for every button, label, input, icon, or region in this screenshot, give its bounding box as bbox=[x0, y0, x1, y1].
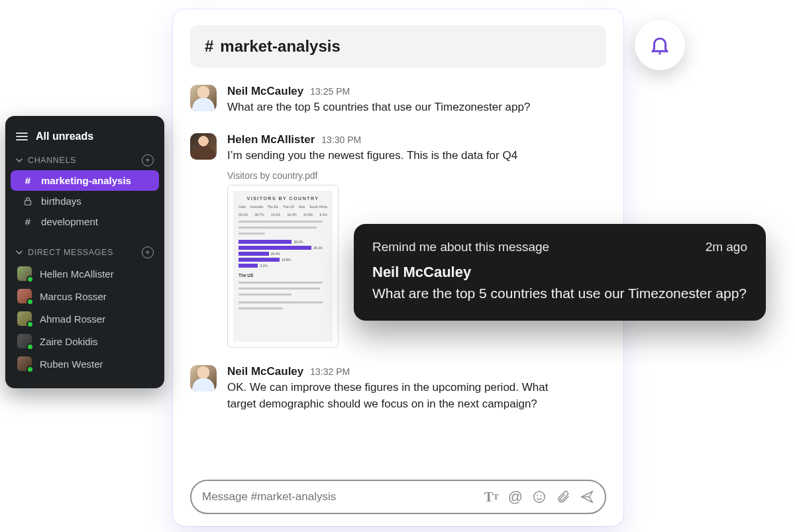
presence-dot bbox=[26, 321, 34, 328]
channel-header[interactable]: # market-analysis bbox=[190, 25, 606, 68]
channel-item-birthdays[interactable]: birthdays bbox=[11, 191, 159, 211]
message-text: OK. We can improve these figures in the … bbox=[227, 380, 572, 412]
message-text: What are the top 5 countries that use ou… bbox=[227, 99, 606, 116]
hash-icon: # bbox=[23, 216, 33, 227]
presence-dot bbox=[26, 343, 34, 350]
message-time: 13:30 PM bbox=[321, 134, 361, 145]
message-time: 13:32 PM bbox=[310, 366, 350, 377]
attachment-filename[interactable]: Visitors by country.pdf bbox=[227, 170, 606, 181]
avatar[interactable] bbox=[190, 85, 217, 111]
svg-point-0 bbox=[534, 492, 545, 503]
attach-icon[interactable] bbox=[556, 490, 570, 504]
all-unreads-label: All unreads bbox=[36, 131, 93, 142]
pdf-preview: VISITORS BY COUNTRY IndiaAustraliaThe EU… bbox=[233, 191, 333, 342]
svg-point-8 bbox=[659, 52, 661, 54]
toast-title: Remind me about this message bbox=[372, 240, 549, 254]
message-time: 13:25 PM bbox=[310, 86, 350, 97]
message[interactable]: Neil McCauley 13:32 PM OK. We can improv… bbox=[190, 365, 606, 412]
avatar[interactable] bbox=[190, 365, 217, 392]
sidebar: All unreads CHANNELS + # marketing-analy… bbox=[5, 116, 164, 388]
channels-label: CHANNELS bbox=[28, 156, 76, 165]
channel-label: development bbox=[41, 216, 98, 227]
channel-label: marketing-analysis bbox=[41, 175, 131, 186]
svg-point-2 bbox=[541, 495, 542, 496]
dm-item[interactable]: Marcus Rosser bbox=[5, 285, 164, 307]
svg-rect-7 bbox=[25, 201, 31, 205]
presence-dot bbox=[26, 366, 34, 373]
add-dm-button[interactable]: + bbox=[142, 246, 154, 258]
menu-icon bbox=[16, 132, 28, 141]
mention-icon[interactable]: @ bbox=[508, 490, 523, 504]
message-author: Neil McCauley bbox=[227, 365, 303, 378]
chevron-down-icon bbox=[16, 157, 23, 164]
dm-name: Zaire Dokidis bbox=[40, 336, 98, 347]
pdf-section-label: The US bbox=[238, 273, 327, 278]
hash-icon: # bbox=[23, 175, 33, 186]
message-text: I’m sending you the newest figures. This… bbox=[227, 148, 606, 164]
pdf-title: VISITORS BY COUNTRY bbox=[238, 196, 327, 201]
message-input[interactable] bbox=[202, 490, 475, 504]
chevron-down-icon bbox=[16, 249, 23, 256]
dm-label: DIRECT MESSAGES bbox=[28, 248, 113, 257]
message-composer[interactable]: TT @ bbox=[190, 480, 606, 514]
message[interactable]: Neil McCauley 13:25 PM What are the top … bbox=[190, 85, 606, 116]
channel-item-development[interactable]: # development bbox=[11, 211, 159, 232]
attachment-thumbnail[interactable]: VISITORS BY COUNTRY IndiaAustraliaThe EU… bbox=[227, 185, 339, 348]
toast-age: 2m ago bbox=[706, 240, 747, 254]
dm-item[interactable]: Ahmad Rosser bbox=[5, 307, 164, 330]
emoji-icon[interactable] bbox=[532, 490, 547, 504]
message-author: Neil McCauley bbox=[227, 85, 303, 98]
channels-section-header[interactable]: CHANNELS + bbox=[5, 146, 164, 170]
lock-icon bbox=[23, 197, 33, 205]
presence-dot bbox=[26, 276, 34, 283]
presence-dot bbox=[26, 298, 34, 305]
channel-name: market-analysis bbox=[220, 37, 340, 56]
dm-section-header[interactable]: DIRECT MESSAGES + bbox=[5, 239, 164, 262]
bell-icon bbox=[649, 34, 671, 56]
format-icon[interactable]: TT bbox=[484, 490, 499, 504]
all-unreads[interactable]: All unreads bbox=[5, 127, 164, 146]
avatar[interactable] bbox=[190, 133, 217, 160]
hash-icon: # bbox=[205, 37, 213, 56]
reminder-toast[interactable]: Remind me about this message 2m ago Neil… bbox=[354, 224, 766, 321]
toast-author: Neil McCauley bbox=[372, 264, 747, 281]
dm-name: Ahmad Rosser bbox=[40, 313, 105, 325]
dm-name: Ruben Wester bbox=[40, 358, 103, 370]
send-icon[interactable] bbox=[580, 490, 594, 504]
svg-point-1 bbox=[537, 495, 538, 496]
add-channel-button[interactable]: + bbox=[142, 154, 154, 166]
message-author: Helen McAllister bbox=[227, 133, 315, 146]
dm-name: Hellen McAllister bbox=[40, 268, 114, 280]
dm-item[interactable]: Hellen McAllister bbox=[5, 262, 164, 285]
channel-item-marketing-analysis[interactable]: # marketing-analysis bbox=[11, 170, 159, 191]
toast-body: What are the top 5 countries that use ou… bbox=[372, 284, 747, 303]
channel-label: birthdays bbox=[41, 195, 81, 207]
dm-name: Marcus Rosser bbox=[40, 291, 107, 302]
notifications-button[interactable] bbox=[635, 20, 685, 70]
dm-item[interactable]: Zaire Dokidis bbox=[5, 330, 164, 352]
dm-item[interactable]: Ruben Wester bbox=[5, 352, 164, 375]
